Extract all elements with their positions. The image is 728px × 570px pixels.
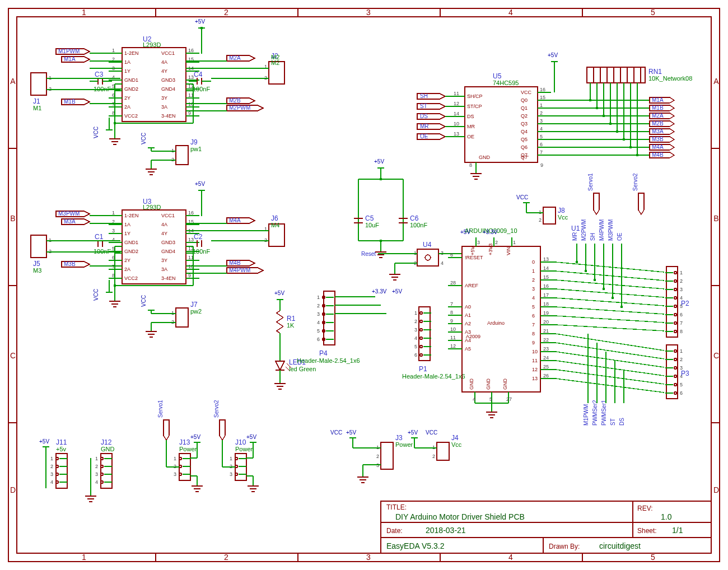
svg-text:B: B [10, 214, 15, 223]
svg-text:16: 16 [188, 48, 194, 53]
svg-text:10: 10 [454, 121, 459, 127]
svg-text:8: 8 [112, 273, 115, 278]
svg-text:1: 1 [539, 209, 542, 215]
svg-text:VCC: VCC [516, 194, 528, 200]
svg-text:16: 16 [540, 87, 545, 92]
svg-text:3: 3 [366, 8, 371, 17]
svg-text:J3: J3 [395, 434, 403, 442]
svg-rect-717 [381, 442, 393, 469]
svg-text:24: 24 [543, 355, 549, 361]
svg-text:GND: GND [486, 379, 491, 390]
svg-text:Servo2: Servo2 [632, 173, 638, 191]
svg-line-630 [556, 262, 664, 272]
svg-text:VCC: VCC [141, 295, 147, 307]
svg-text:+3.3V: +3.3V [483, 229, 498, 235]
svg-text:10K_Network08: 10K_Network08 [648, 75, 692, 82]
u4-switch: U4 12 34 Reset [361, 241, 462, 280]
svg-text:4: 4 [508, 553, 513, 562]
svg-text:4: 4 [414, 335, 417, 341]
svg-text:4A: 4A [161, 59, 167, 65]
svg-rect-432 [419, 307, 430, 361]
j11: +5V J11+5v 1234 [39, 438, 67, 488]
svg-text:AREF: AREF [465, 283, 479, 288]
svg-text:7: 7 [112, 264, 115, 269]
svg-text:EasyEDA V5.3.2: EasyEDA V5.3.2 [386, 541, 445, 550]
svg-line-643 [556, 379, 664, 393]
svg-text:1A: 1A [124, 59, 130, 65]
svg-text:GND1: GND1 [124, 240, 138, 245]
svg-text:Power: Power [235, 446, 253, 452]
svg-text:MR: MR [467, 124, 475, 129]
svg-text:6: 6 [532, 313, 535, 319]
svg-text:+5V: +5V [346, 429, 356, 436]
svg-text:+5V: +5V [374, 158, 384, 165]
svg-text:2A: 2A [124, 104, 130, 110]
svg-text:2: 2 [171, 157, 174, 162]
svg-text:1: 1 [82, 553, 86, 562]
svg-point-446 [420, 345, 422, 348]
svg-text:1: 1 [540, 102, 543, 108]
svg-rect-1 [17, 17, 711, 553]
svg-text:2: 2 [532, 277, 535, 283]
svg-text:1: 1 [376, 445, 379, 450]
svg-text:1: 1 [432, 445, 435, 450]
svg-text:RN1: RN1 [648, 68, 662, 76]
svg-point-437 [420, 320, 422, 323]
svg-text:2: 2 [49, 86, 52, 92]
svg-text:1: 1 [532, 268, 535, 274]
svg-text:VCC: VCC [141, 133, 147, 144]
svg-text:15: 15 [540, 95, 545, 100]
svg-text:1Y: 1Y [124, 68, 130, 74]
svg-point-666 [101, 457, 103, 460]
svg-text:P2: P2 [681, 300, 689, 307]
svg-text:M1: M1 [33, 105, 41, 111]
svg-text:3: 3 [50, 471, 53, 477]
svg-point-675 [101, 481, 103, 483]
svg-text:B: B [713, 214, 718, 223]
j4: J4Vcc 12 +5V VCC [408, 429, 462, 460]
svg-rect-34 [122, 48, 186, 122]
schematic: 12345 12345 ABCD ABCD U2 L293D 11-2EN21A… [0, 0, 728, 570]
svg-point-684 [179, 465, 181, 468]
svg-text:2: 2 [680, 357, 683, 362]
svg-text:A5: A5 [465, 346, 471, 352]
svg-text:5: 5 [651, 553, 655, 562]
svg-text:7: 7 [112, 101, 115, 107]
svg-text:J8: J8 [558, 207, 565, 214]
svg-text:A: A [10, 77, 16, 86]
svg-text:8: 8 [450, 310, 453, 315]
svg-text:M1PWM: M1PWM [58, 48, 80, 54]
svg-text:GND3: GND3 [161, 77, 175, 83]
svg-point-556 [674, 272, 676, 274]
svg-text:Vcc: Vcc [451, 441, 462, 448]
svg-text:+5v: +5v [56, 446, 67, 452]
svg-point-687 [179, 473, 181, 475]
svg-point-568 [674, 305, 676, 307]
svg-text:2A: 2A [124, 267, 130, 272]
svg-text:Servo1: Servo1 [157, 400, 164, 418]
svg-text:U4: U4 [423, 241, 432, 249]
svg-text:2: 2 [171, 319, 174, 325]
svg-text:100nF: 100nF [193, 248, 210, 255]
svg-text:M4B: M4B [229, 260, 241, 266]
svg-text:M2PWM: M2PWM [229, 105, 250, 111]
caps-reset: +5V C510uF C6100nF [354, 158, 427, 258]
svg-text:9: 9 [532, 340, 535, 345]
svg-rect-138 [176, 146, 188, 165]
svg-text:VCC: VCC [93, 127, 99, 138]
svg-text:J10: J10 [235, 438, 246, 446]
svg-text:1Y: 1Y [124, 231, 130, 236]
svg-text:4: 4 [50, 479, 53, 485]
svg-text:VCC: VCC [426, 429, 437, 436]
svg-text:2: 2 [317, 303, 320, 309]
svg-text:M1B: M1B [64, 99, 76, 105]
svg-text:18: 18 [543, 301, 549, 307]
svg-text:+3.3V: +3.3V [372, 288, 387, 295]
svg-text:ST: ST [420, 103, 427, 109]
rn1: RN110K_Network08 [587, 67, 692, 83]
j10: J10Power 123 +5V Servo2 [213, 400, 259, 492]
title-block: TITLE: DIY Arduino Motor Driver Shield P… [381, 501, 711, 553]
svg-rect-729 [437, 442, 449, 460]
svg-text:4: 4 [112, 237, 115, 242]
svg-text:Drawn By:: Drawn By: [549, 543, 580, 550]
